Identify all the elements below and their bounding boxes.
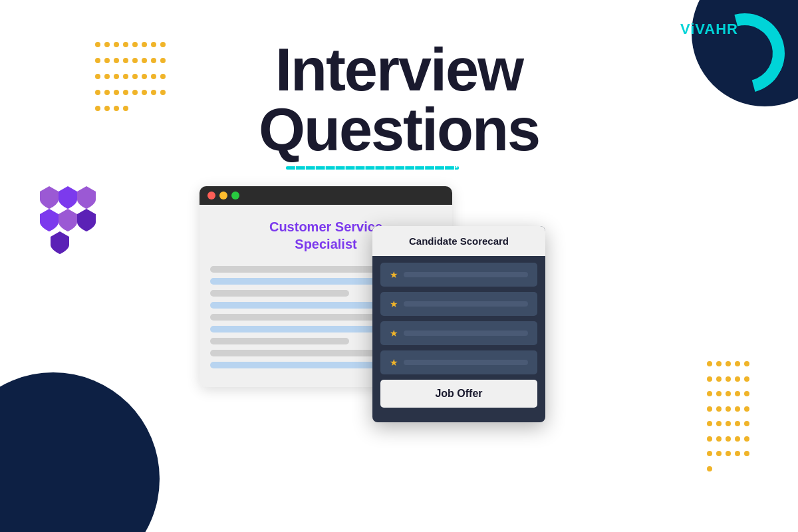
scorecard-body: ★ ★ ★ ★ Job Offer [372,256,545,422]
decoration-circle-bottom-left [0,372,160,532]
illustration-area: Customer Service Specialist Candidate Sc… [200,186,598,505]
scorecard-row-3: ★ [380,321,537,345]
browser-dot-green [231,192,239,200]
star-icon-1: ★ [390,269,398,280]
browser-dot-yellow [219,192,227,200]
scorecard-bar-3 [404,331,528,336]
page-title: Interview Questions [0,40,798,160]
job-offer-button[interactable]: Job Offer [380,380,537,408]
browser-dot-red [207,192,215,200]
title-line2: Questions [259,96,539,163]
job-title-line1: Customer Service [269,219,382,234]
browser-line-8 [210,350,395,356]
scorecard-row-2: ★ [380,292,537,316]
logo-hr: HR [716,21,738,37]
browser-line-2 [210,278,395,285]
scorecard-row-1: ★ [380,263,537,287]
star-icon-2: ★ [390,299,398,309]
logo-v-letter: V [662,24,668,35]
decoration-dots-bottom-right [705,359,758,479]
main-title-block: Interview Questions [0,40,798,160]
star-icon-4: ★ [390,357,398,368]
shield-icon-2 [59,186,77,209]
shield-icon-5 [59,209,77,231]
shield-icon-4 [40,209,59,231]
shield-icon-7 [51,231,69,254]
scorecard-bar-2 [404,301,528,307]
scorecard-row-4: ★ [380,350,537,374]
shields-decoration [40,186,100,254]
title-line1: Interview [275,37,523,103]
logo: V ViVAHR [655,19,738,40]
shield-icon-3 [77,186,96,209]
browser-line-5 [210,314,395,321]
shield-icon-6 [77,209,96,231]
star-icon-3: ★ [390,328,398,338]
scorecard-bar-4 [404,360,528,365]
shield-icon-1 [40,186,59,209]
shields-grid [40,186,100,254]
logo-viva: ViVA [680,21,716,37]
scorecard-bar-1 [404,272,528,277]
browser-titlebar [200,186,452,205]
browser-line-3 [210,290,349,297]
browser-line-7 [210,338,349,344]
logo-text: ViVAHR [680,21,738,38]
scorecard-header: Candidate Scorecard [372,226,545,256]
job-title-line2: Specialist [295,237,356,251]
logo-circle-icon: V [655,19,676,40]
decoration-dashed-line [286,166,459,170]
candidate-scorecard: Candidate Scorecard ★ ★ ★ ★ Job Offer [372,226,545,422]
